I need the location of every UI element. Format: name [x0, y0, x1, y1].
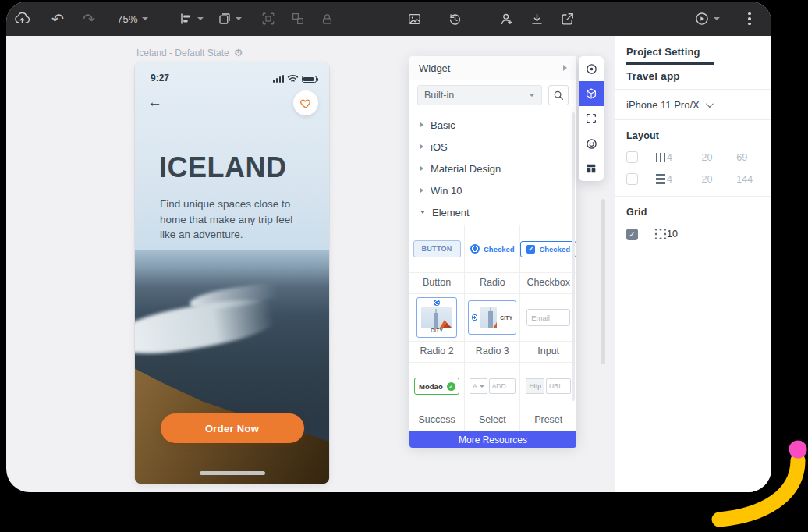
back-arrow-icon[interactable]: ←: [147, 94, 162, 111]
search-icon: [553, 90, 564, 101]
city-thumbnail: [480, 307, 498, 328]
rows-height[interactable]: 144: [736, 174, 771, 185]
destination-description[interactable]: Find unique spaces close to home that ma…: [160, 197, 310, 243]
widget-grid: BUTTON Checked ✓Checked Button Radio Che…: [409, 225, 576, 431]
columns-checkbox[interactable]: [626, 151, 638, 163]
top-toolbar: ↶ ↷ 75%: [6, 2, 771, 36]
publish-icon[interactable]: [12, 8, 31, 30]
rows-gutter[interactable]: 20: [702, 174, 737, 185]
redo-icon[interactable]: ↷: [80, 8, 98, 30]
device-select[interactable]: iPhone 11 Pro/X: [615, 90, 771, 120]
widget-panel-scrollbar[interactable]: [572, 112, 575, 401]
app-window: ↶ ↷ 75%: [6, 2, 771, 492]
collapse-arrow-icon[interactable]: [563, 65, 567, 71]
layout-tool-icon[interactable]: [579, 156, 604, 181]
components-tool-icon[interactable]: [579, 81, 604, 106]
columns-width[interactable]: 69: [736, 152, 771, 163]
widget-button-preview[interactable]: BUTTON: [409, 225, 465, 273]
battery-icon: [302, 76, 317, 83]
tree-item-material-design[interactable]: Material Design: [409, 158, 576, 179]
gear-icon[interactable]: ⚙: [234, 47, 243, 59]
rows-icon: [654, 174, 667, 184]
undo-icon[interactable]: ↶: [48, 8, 67, 30]
project-name: Travel app: [615, 62, 771, 90]
zoom-level-value: 75%: [117, 13, 138, 25]
artboard-dropdown[interactable]: [218, 8, 242, 30]
widget-label-radio: Radio: [465, 273, 520, 294]
order-now-button[interactable]: Order Now: [161, 413, 304, 443]
ungroup-icon[interactable]: [289, 8, 307, 30]
widget-label-radio3: Radio 3: [465, 342, 520, 363]
history-icon[interactable]: [446, 8, 465, 30]
chevron-right-icon: [420, 122, 423, 127]
search-button[interactable]: [548, 85, 569, 105]
widget-radio-preview[interactable]: Checked: [465, 225, 520, 273]
rows-count[interactable]: 4: [667, 174, 702, 185]
tree-item-element[interactable]: Element: [409, 201, 576, 223]
grid-size-value[interactable]: 10: [667, 229, 702, 239]
canvas-scrollbar[interactable]: [601, 199, 605, 364]
library-select[interactable]: Built-in: [417, 85, 542, 105]
widget-select-preview[interactable]: A ADD: [465, 363, 520, 410]
emoji-tool-icon[interactable]: [579, 131, 604, 156]
chevron-down-icon: [714, 17, 720, 20]
widget-radio3-preview[interactable]: CITY: [465, 294, 520, 342]
chevron-right-icon: [420, 166, 423, 171]
tree-item-ios[interactable]: iOS: [409, 136, 576, 158]
widget-label-preset: Preset: [520, 410, 576, 431]
widget-label-button: Button: [409, 273, 465, 294]
destination-title[interactable]: ICELAND: [159, 151, 287, 184]
widget-radio2-preview[interactable]: CITY: [409, 294, 465, 342]
layout-section: Layout 4 20 69 4 20 144: [615, 120, 771, 197]
checkbox-icon: ✓: [526, 245, 535, 254]
signal-icon: [273, 75, 285, 83]
home-indicator: [200, 471, 265, 475]
lock-icon[interactable]: [318, 8, 337, 30]
more-menu-icon[interactable]: [740, 8, 759, 30]
columns-gutter[interactable]: 20: [702, 152, 737, 163]
phone-status-bar: 9:27: [135, 62, 329, 86]
select-letter-box: A: [470, 378, 487, 394]
widget-success-preview[interactable]: Modao ✓: [409, 363, 465, 410]
capture-tool-icon[interactable]: [579, 106, 604, 131]
destination-photo[interactable]: [135, 250, 329, 484]
rows-checkbox[interactable]: [626, 173, 638, 185]
favorite-button[interactable]: [293, 90, 318, 115]
chevron-down-icon: [142, 17, 148, 20]
widget-label-checkbox: Checkbox: [520, 273, 576, 294]
radio-icon: [434, 300, 440, 306]
download-icon[interactable]: [528, 8, 547, 30]
columns-count[interactable]: 4: [667, 152, 702, 163]
tree-item-win10[interactable]: Win 10: [409, 179, 576, 201]
preview-dropdown[interactable]: [694, 8, 720, 30]
city-thumbnail: [421, 307, 452, 328]
image-icon[interactable]: [406, 8, 424, 30]
chevron-down-icon: [236, 17, 242, 20]
layout-columns-row: 4 20 69: [626, 151, 771, 163]
tab-project-setting[interactable]: Project Setting: [615, 36, 771, 62]
account-icon[interactable]: [498, 8, 516, 30]
group-icon[interactable]: [259, 8, 278, 30]
chevron-down-icon: [529, 94, 535, 97]
phone-artboard[interactable]: 9:27 ← ICELAND Find unique spaces close …: [135, 62, 329, 484]
library-select-value: Built-in: [424, 90, 454, 101]
widget-category-tree: Basic iOS Material Design Win 10 Element: [409, 110, 576, 225]
more-resources-button[interactable]: More Resources: [409, 431, 576, 448]
widget-preset-preview[interactable]: Http URL: [520, 363, 576, 410]
zoom-level-dropdown[interactable]: 75%: [117, 8, 148, 30]
widget-panel-header[interactable]: Widget: [409, 56, 576, 80]
align-dropdown[interactable]: [179, 8, 204, 30]
export-icon[interactable]: [558, 8, 577, 30]
wifi-icon: [287, 74, 299, 83]
artboard-title[interactable]: Iceland - Default State ⚙: [136, 47, 243, 59]
widget-label-select: Select: [465, 410, 520, 431]
widget-input-preview[interactable]: Email: [520, 294, 576, 342]
target-tool-icon[interactable]: [579, 56, 604, 81]
widget-checkbox-preview[interactable]: ✓Checked: [520, 225, 576, 273]
play-icon: [694, 11, 710, 27]
heart-icon: [299, 98, 312, 109]
grid-checkbox[interactable]: ✓: [626, 229, 638, 240]
layout-rows-row: 4 20 144: [626, 173, 771, 185]
chevron-down-icon: [706, 100, 714, 108]
tree-item-basic[interactable]: Basic: [409, 114, 576, 136]
